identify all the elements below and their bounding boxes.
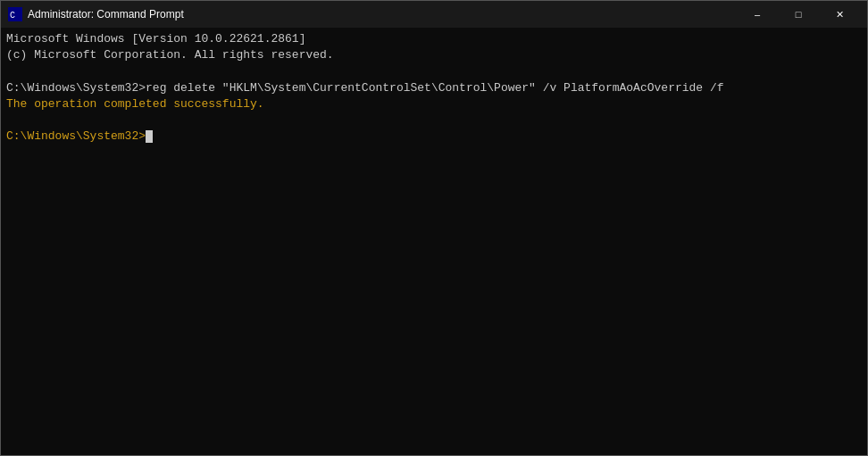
svg-text:C: C — [10, 11, 15, 21]
cmd-window: C Administrator: Command Prompt – □ ✕ Mi… — [0, 0, 868, 456]
title-bar: C Administrator: Command Prompt – □ ✕ — [1, 1, 867, 28]
console-line-version: Microsoft Windows [Version 10.0.22621.28… — [6, 31, 862, 47]
maximize-button[interactable]: □ — [778, 1, 819, 28]
console-line-copyright: (c) Microsoft Corporation. All rights re… — [6, 47, 862, 63]
console-prompt-2: C:\Windows\System32> — [6, 129, 146, 143]
cursor-blink — [146, 130, 153, 143]
console-prompt-1: C:\Windows\System32> — [6, 81, 146, 95]
console-line-blank2 — [6, 112, 862, 129]
close-button[interactable]: ✕ — [819, 1, 860, 28]
console-line-blank1 — [6, 63, 862, 79]
console-command-text: reg delete "HKLM\System\CurrentControlSe… — [146, 81, 724, 95]
console-area[interactable]: Microsoft Windows [Version 10.0.22621.28… — [1, 28, 867, 455]
minimize-button[interactable]: – — [737, 1, 778, 28]
title-bar-text: Administrator: Command Prompt — [28, 8, 737, 21]
title-bar-controls: – □ ✕ — [737, 1, 860, 28]
console-line-cursor: C:\Windows\System32> — [6, 129, 862, 145]
window-icon: C — [8, 7, 22, 21]
console-line-command: C:\Windows\System32>reg delete "HKLM\Sys… — [6, 80, 862, 96]
console-line-result: The operation completed successfully. — [6, 96, 862, 112]
